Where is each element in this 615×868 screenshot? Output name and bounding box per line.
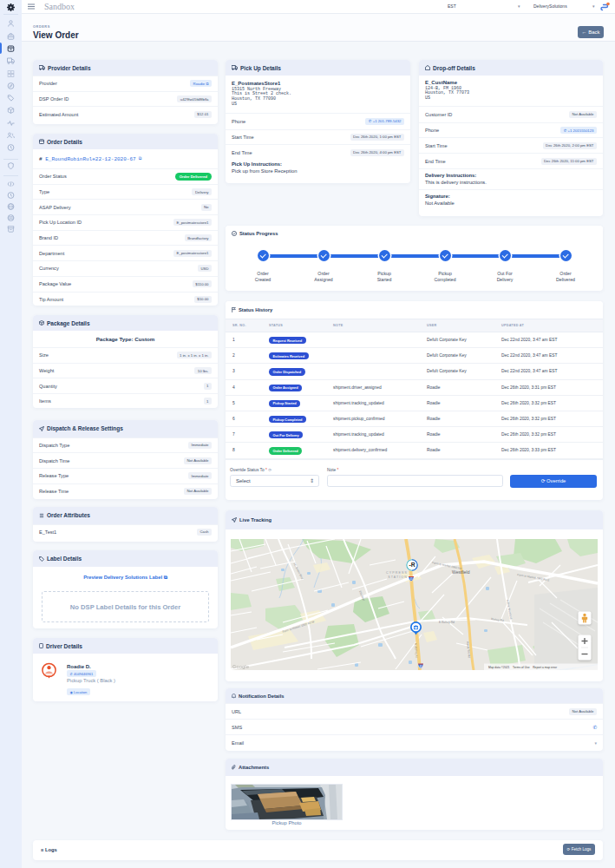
svg-text:CYPRESS: CYPRESS [386, 571, 408, 575]
svg-text:-R: -R [409, 562, 415, 568]
svg-text:STATION: STATION [388, 575, 408, 579]
svg-text:Map data ©2021 Terms of Use: Map data ©2021 Terms of Use Report a map… [488, 666, 558, 669]
svg-text:Google: Google [232, 664, 249, 669]
svg-text:45: 45 [409, 577, 413, 581]
svg-text:45: 45 [419, 665, 422, 668]
svg-text:E Richey Rd: E Richey Rd [439, 621, 455, 624]
